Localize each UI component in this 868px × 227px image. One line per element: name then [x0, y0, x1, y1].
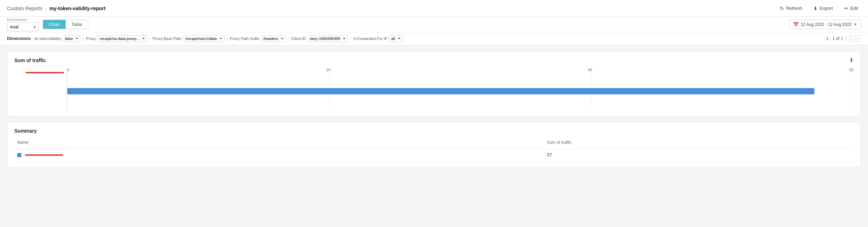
x-axis-labels: 0 20 40 60 [67, 68, 854, 72]
summary-title-text: Summary [14, 128, 37, 134]
date-range-text: 12 Aug 2022 - 12 Aug 2022 [801, 22, 852, 27]
summary-table-header: Name Sum of traffic [14, 138, 854, 149]
edit-icon: ✏ [844, 6, 848, 11]
date-range-picker[interactable]: 📅 12 Aug 2022 - 12 Aug 2022 ▼ [789, 20, 861, 29]
summary-value-cell: 57 [544, 149, 854, 161]
chart-area [14, 72, 854, 111]
pagination-text: 1 - 1 of 1 [826, 36, 843, 41]
dim-item-dc-token: dc tokenValidity false [34, 35, 81, 42]
summary-name-bar [25, 154, 63, 156]
chart-download-button[interactable]: ⬇ [849, 57, 854, 64]
dim-arrow-1: › [83, 36, 84, 41]
chart-card: Sum of traffic ⬇ 0 20 40 60 [7, 51, 861, 116]
edit-button[interactable]: ✏ Edit [841, 4, 861, 13]
summary-title: Summary [14, 128, 854, 134]
dim-item-proxy-path: Proxy Path Suffix /headers [230, 35, 285, 42]
dim-item-x-forwarded: X-Forwarded-For IP all [353, 35, 403, 42]
bar-fill-1 [67, 88, 814, 94]
dim-item-proxy: Proxy recaptcha-data-proxy-.. [86, 35, 147, 42]
dim-arrow-4: › [288, 36, 289, 41]
summary-traffic-value: 57 [547, 152, 552, 158]
environment-select[interactable]: eval [7, 22, 39, 31]
env-label: Environment [7, 18, 39, 22]
tab-table[interactable]: Table [66, 20, 88, 29]
summary-name-cell [14, 149, 544, 161]
dim-name-proxy-base: Proxy Base Path [153, 36, 181, 41]
x-label-20: 20 [326, 68, 331, 72]
dim-name-client-id: Client ID [291, 36, 306, 41]
dim-arrow-3: › [227, 36, 228, 41]
edit-label: Edit [850, 6, 858, 11]
toolbar: Environment eval ▼ Chart Table 📅 12 Aug … [0, 17, 868, 32]
bar-label-row [14, 72, 67, 73]
dim-item-client-id: Client ID xkey-1660305495 [291, 35, 348, 42]
summary-color-dot [17, 153, 21, 157]
dimensions-label: Dimensions [7, 36, 31, 41]
dim-select-proxy-path[interactable]: /headers [261, 35, 286, 42]
dimensions-bar: Dimensions dc tokenValidity false › Prox… [0, 32, 868, 45]
chart-y-labels [14, 72, 67, 111]
dim-name-dc-token: dc tokenValidity [34, 36, 61, 41]
header-actions: ↻ Refresh ⬇ Export ✏ Edit [777, 4, 861, 13]
chart-plot [67, 72, 854, 111]
main-content: Sum of traffic ⬇ 0 20 40 60 [0, 45, 868, 173]
x-label-60: 60 [849, 68, 854, 72]
summary-card: Summary Name Sum of traffic [7, 122, 861, 167]
dim-name-proxy: Proxy [86, 36, 96, 41]
export-button[interactable]: ⬇ Export [811, 4, 836, 13]
bar-row-1 [67, 88, 854, 94]
tab-chart[interactable]: Chart [43, 20, 66, 29]
prev-page-button[interactable]: ‹ [846, 35, 852, 42]
refresh-icon: ↻ [780, 6, 784, 11]
dim-arrow-5: › [350, 36, 351, 41]
header: Custom Reports › my-token-validity-repor… [0, 0, 868, 17]
summary-table: Name Sum of traffic 57 [14, 138, 854, 161]
summary-table-body: 57 [14, 149, 854, 161]
export-icon: ⬇ [813, 6, 818, 11]
dim-item-proxy-base: Proxy Base Path /recaptcha/v1/data [153, 35, 224, 42]
chart-grid [14, 72, 854, 111]
x-label-0: 0 [67, 68, 69, 72]
dim-arrow-2: › [149, 36, 151, 41]
report-title: my-token-validity-report [49, 6, 105, 11]
calendar-icon: 📅 [793, 22, 799, 27]
refresh-button[interactable]: ↻ Refresh [777, 4, 805, 13]
chart-title: Sum of traffic [14, 58, 46, 63]
summary-header-row: Name Sum of traffic [14, 138, 854, 149]
x-label-40: 40 [588, 68, 592, 72]
environment-select-wrap: Environment eval ▼ [7, 18, 39, 31]
breadcrumb-custom-reports[interactable]: Custom Reports [7, 6, 42, 11]
dim-select-client-id[interactable]: xkey-1660305495 [307, 35, 348, 42]
breadcrumb-separator: › [45, 6, 47, 11]
view-tab-group: Chart Table [43, 20, 88, 29]
date-range-arrow-icon: ▼ [854, 22, 857, 26]
col-traffic: Sum of traffic [544, 138, 854, 149]
next-page-button[interactable]: › [855, 35, 861, 42]
toolbar-left: Environment eval ▼ Chart Table [7, 18, 88, 31]
dim-select-x-forwarded[interactable]: all [389, 35, 403, 42]
table-row: 57 [14, 149, 854, 161]
breadcrumb: Custom Reports › my-token-validity-repor… [7, 6, 105, 11]
summary-name-content [17, 153, 541, 157]
bars-container [67, 88, 854, 94]
pagination-info: 1 - 1 of 1 ‹ › [826, 35, 861, 42]
bar-label-line [26, 72, 64, 73]
dim-name-x-forwarded: X-Forwarded-For IP [353, 36, 387, 41]
dim-name-proxy-path: Proxy Path Suffix [230, 36, 259, 41]
dim-select-proxy-base[interactable]: /recaptcha/v1/data [183, 35, 224, 42]
col-name: Name [14, 138, 544, 149]
refresh-label: Refresh [786, 6, 802, 11]
chart-card-header: Sum of traffic ⬇ [14, 57, 854, 64]
dim-select-dc-token[interactable]: false [62, 35, 81, 42]
export-label: Export [820, 6, 833, 11]
dim-select-proxy[interactable]: recaptcha-data-proxy-.. [97, 35, 147, 42]
